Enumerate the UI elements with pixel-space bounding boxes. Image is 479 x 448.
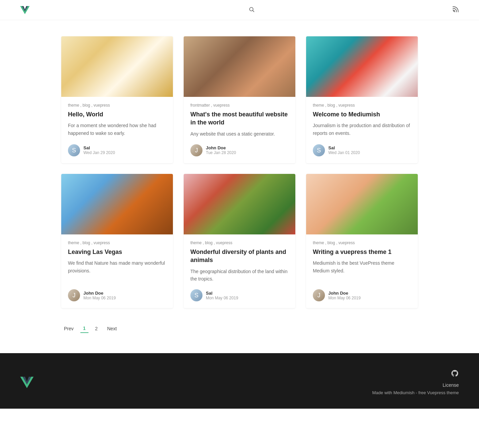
author-info: Sal Wed Jan 01 2020 [328, 145, 360, 155]
card-author: S Sal Wed Jan 29 2020 [68, 144, 166, 156]
card-body: frontmatter , vuepress What's the most b… [184, 97, 295, 163]
avatar-initials: S [190, 289, 202, 301]
author-name: Sal [206, 291, 238, 296]
prev-button[interactable]: Prev [61, 325, 76, 333]
card-excerpt: The geographical distribution of the lan… [190, 268, 289, 283]
author-name: John Doe [83, 291, 116, 296]
card-beautiful-website: frontmatter , vuepress What's the most b… [184, 36, 295, 163]
card-image [184, 174, 295, 234]
nav-links [230, 6, 255, 14]
card-title: Hello, World [68, 110, 166, 118]
card-image [306, 36, 418, 97]
card-leaving-las-vegas: theme , blog , vuepress Leaving Las Vega… [61, 174, 173, 308]
page-2-button[interactable]: 2 [93, 325, 101, 333]
card-author: S Sal Wed Jan 01 2020 [313, 144, 411, 156]
card-title: What's the most beautiful website in the… [190, 110, 289, 127]
card-tags: frontmatter , vuepress [190, 103, 289, 108]
rss-icon[interactable] [452, 6, 459, 14]
footer-license[interactable]: License [443, 382, 459, 388]
author-date: Wed Jan 29 2020 [83, 150, 115, 155]
navbar [0, 0, 479, 20]
card-author: J John Doe Tue Jan 28 2020 [190, 144, 289, 156]
site-logo[interactable] [20, 6, 32, 14]
next-button[interactable]: Next [104, 325, 119, 333]
footer-right: License Made with Mediumish - free Vuepr… [372, 369, 459, 395]
footer: License Made with Mediumish - free Vuepr… [0, 353, 479, 409]
author-date: Mon May 06 2019 [328, 296, 361, 300]
page-1-button[interactable]: 1 [80, 324, 88, 333]
svg-line-3 [253, 10, 254, 12]
card-wonderful-diversity: theme , blog , vuepress Wonderful divers… [184, 174, 295, 308]
card-body: theme , blog , vuepress Welcome to Mediu… [306, 97, 418, 163]
avatar: S [68, 144, 80, 156]
nav-right [452, 6, 459, 14]
card-tags: theme , blog , vuepress [313, 103, 411, 108]
avatar-initials: J [313, 289, 325, 301]
card-hello-world: theme , blog , vuepress Hello, World For… [61, 36, 173, 163]
footer-logo [20, 377, 34, 388]
card-title: Welcome to Mediumish [313, 110, 411, 118]
svg-point-2 [250, 7, 253, 11]
author-info: John Doe Mon May 06 2019 [83, 291, 116, 300]
card-welcome-mediumish: theme , blog , vuepress Welcome to Mediu… [306, 36, 418, 163]
avatar-initials: J [190, 144, 202, 156]
avatar-initials: S [68, 144, 80, 156]
avatar: J [68, 289, 80, 301]
author-info: Sal Mon May 06 2019 [206, 291, 238, 300]
author-date: Wed Jan 01 2020 [328, 150, 360, 155]
card-excerpt: For a moment she wondered how she had ha… [68, 122, 166, 138]
author-name: John Doe [328, 291, 361, 296]
card-excerpt: Journalism is the production and distrib… [313, 122, 411, 138]
card-author: J John Doe Mon May 06 2019 [68, 289, 166, 301]
card-author: J John Doe Mon May 06 2019 [313, 289, 411, 301]
search-icon[interactable] [249, 6, 255, 14]
author-info: John Doe Mon May 06 2019 [328, 291, 361, 300]
avatar-initials: J [68, 289, 80, 301]
pagination: Prev 1 2 Next [61, 324, 418, 333]
avatar: J [313, 289, 325, 301]
footer-credit: Made with Mediumish - free Vuepress them… [372, 390, 459, 395]
card-image [184, 36, 295, 97]
avatar: J [190, 144, 202, 156]
card-title: Writing a vuepress theme 1 [313, 248, 411, 256]
avatar-initials: S [313, 144, 325, 156]
card-grid: theme , blog , vuepress Hello, World For… [61, 36, 418, 308]
card-body: theme , blog , vuepress Hello, World For… [61, 97, 173, 163]
author-date: Mon May 06 2019 [206, 296, 238, 300]
card-tags: theme , blog , vuepress [313, 240, 411, 245]
author-info: Sal Wed Jan 29 2020 [83, 145, 115, 155]
author-name: Sal [328, 145, 360, 150]
avatar: S [190, 289, 202, 301]
v-logo-icon [20, 6, 30, 14]
card-body: theme , blog , vuepress Writing a vuepre… [306, 234, 418, 308]
card-author: S Sal Mon May 06 2019 [190, 289, 289, 301]
footer-logo-icon [20, 377, 34, 388]
card-writing-vuepress-theme: theme , blog , vuepress Writing a vuepre… [306, 174, 418, 308]
card-body: theme , blog , vuepress Wonderful divers… [184, 234, 295, 308]
card-image [61, 36, 173, 97]
author-date: Tue Jan 28 2020 [206, 150, 236, 155]
author-date: Mon May 06 2019 [83, 296, 116, 300]
card-image [61, 174, 173, 234]
card-tags: theme , blog , vuepress [68, 103, 166, 108]
card-tags: theme , blog , vuepress [190, 240, 289, 245]
author-name: Sal [83, 145, 115, 150]
card-title: Wonderful diversity of plants and animal… [190, 248, 289, 264]
card-image [306, 174, 418, 234]
card-excerpt: We find that Nature has made many wonder… [68, 259, 166, 283]
main-content: theme , blog , vuepress Hello, World For… [54, 20, 425, 353]
card-excerpt: Any website that uses a static generator… [190, 130, 289, 138]
card-tags: theme , blog , vuepress [68, 240, 166, 245]
card-body: theme , blog , vuepress Leaving Las Vega… [61, 234, 173, 308]
avatar: S [313, 144, 325, 156]
author-name: John Doe [206, 145, 236, 150]
card-excerpt: Mediumish is the best VuePress theme Med… [313, 259, 411, 283]
github-icon[interactable] [372, 369, 459, 379]
author-info: John Doe Tue Jan 28 2020 [206, 145, 236, 155]
card-title: Leaving Las Vegas [68, 248, 166, 256]
